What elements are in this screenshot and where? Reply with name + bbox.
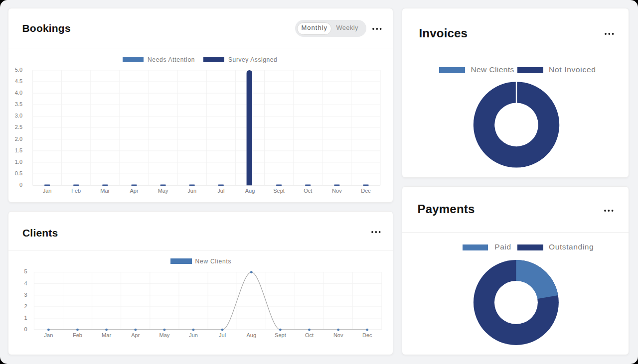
svg-text:Jun: Jun <box>189 332 198 338</box>
svg-text:1.0: 1.0 <box>15 159 22 165</box>
svg-text:2: 2 <box>24 303 27 309</box>
svg-text:Jul: Jul <box>217 188 224 194</box>
svg-text:Jan: Jan <box>43 188 52 194</box>
svg-text:Mar: Mar <box>102 332 111 338</box>
svg-text:2.0: 2.0 <box>15 136 22 142</box>
svg-text:Nov: Nov <box>332 188 342 194</box>
svg-text:Mar: Mar <box>100 188 110 194</box>
svg-text:Sept: Sept <box>273 188 285 194</box>
svg-text:4.0: 4.0 <box>15 90 22 96</box>
svg-text:Dec: Dec <box>362 332 372 338</box>
svg-text:2.5: 2.5 <box>15 124 22 130</box>
svg-text:0: 0 <box>24 326 27 332</box>
svg-text:Sept: Sept <box>275 332 286 338</box>
svg-text:3.5: 3.5 <box>15 101 22 107</box>
svg-text:Jan: Jan <box>44 332 53 338</box>
svg-text:Jul: Jul <box>219 332 226 338</box>
svg-text:Feb: Feb <box>71 188 81 194</box>
svg-text:Dec: Dec <box>361 188 371 194</box>
svg-text:Feb: Feb <box>73 332 82 338</box>
svg-text:0.5: 0.5 <box>15 170 22 176</box>
svg-text:Apr: Apr <box>130 188 138 194</box>
svg-text:May: May <box>158 188 168 194</box>
svg-text:Oct: Oct <box>305 332 314 338</box>
svg-text:Oct: Oct <box>304 188 312 194</box>
svg-text:3: 3 <box>24 292 27 298</box>
svg-text:1: 1 <box>24 315 27 321</box>
svg-text:0: 0 <box>19 182 22 188</box>
svg-text:3.0: 3.0 <box>15 113 22 119</box>
svg-text:Aug: Aug <box>247 332 257 338</box>
svg-text:Apr: Apr <box>131 332 140 338</box>
svg-text:Jun: Jun <box>187 188 196 194</box>
svg-text:4: 4 <box>24 280 27 286</box>
svg-text:1.5: 1.5 <box>15 147 22 153</box>
svg-text:5.0: 5.0 <box>15 67 22 73</box>
svg-text:Nov: Nov <box>333 332 343 338</box>
svg-text:5: 5 <box>24 268 27 274</box>
svg-text:4.5: 4.5 <box>15 78 22 84</box>
svg-text:May: May <box>160 332 170 338</box>
svg-text:Aug: Aug <box>245 188 255 194</box>
